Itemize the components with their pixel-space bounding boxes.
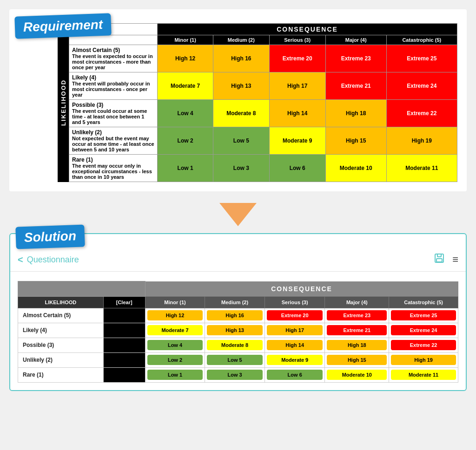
req-cell-3-1[interactable]: Low 5 <box>213 127 269 155</box>
req-cell-4-0[interactable]: Low 1 <box>158 155 213 182</box>
req-cell-4-4[interactable]: Moderate 11 <box>386 155 457 182</box>
sol-cell-1-4[interactable]: Extreme 24 <box>389 323 458 338</box>
req-cell-3-4[interactable]: High 19 <box>386 127 457 155</box>
req-cell-4-1[interactable]: Low 3 <box>213 155 269 182</box>
svg-rect-2 <box>436 259 442 262</box>
sol-cell-0-0[interactable]: High 12 <box>145 308 205 323</box>
likelihood-vertical-label: LIKELIHOOD <box>58 23 69 182</box>
requirement-badge: Requirement <box>14 13 112 39</box>
req-cell-1-1[interactable]: High 13 <box>213 72 269 100</box>
sol-cell-0-2[interactable]: Extreme 20 <box>264 308 325 323</box>
sol-col-header-3: Serious (3) <box>264 296 325 308</box>
req-row-header-2: Possible (3)The event could occur at som… <box>69 100 158 127</box>
sol-row-label-2: Possible (3) <box>18 338 104 352</box>
req-cell-3-0[interactable]: Low 2 <box>158 127 213 155</box>
sol-black-cell-3[interactable] <box>103 352 145 367</box>
req-cell-1-0[interactable]: Moderate 7 <box>158 72 213 100</box>
sol-row-label-4: Rare (1) <box>18 367 104 382</box>
sol-black-cell-4[interactable] <box>103 367 145 382</box>
solution-badge: Solution <box>15 224 85 249</box>
sol-cell-1-3[interactable]: Extreme 21 <box>325 323 389 338</box>
req-cell-1-2[interactable]: High 17 <box>269 72 325 100</box>
requirement-section: Requirement LIKELIHOOD CONSEQUENCE Minor… <box>9 9 467 191</box>
req-cell-3-3[interactable]: High 15 <box>325 127 386 155</box>
menu-button[interactable]: ≡ <box>452 254 458 266</box>
sol-cell-4-0[interactable]: Low 1 <box>145 367 205 382</box>
sol-cell-0-1[interactable]: High 16 <box>205 308 265 323</box>
app-header: < Questionnaire ≡ <box>10 248 466 272</box>
req-cell-2-2[interactable]: High 14 <box>269 100 325 127</box>
sol-cell-2-3[interactable]: High 18 <box>325 338 389 352</box>
sol-cell-4-2[interactable]: Low 6 <box>264 367 325 382</box>
col-header-4: Major (4) <box>325 35 386 45</box>
col-header-5: Catastrophic (5) <box>386 35 457 45</box>
save-button[interactable] <box>434 253 445 267</box>
req-row-header-0: Almost Certain (5)The event is expected … <box>69 45 158 72</box>
req-row-header-1: Likely (4)The event will probably occur … <box>69 72 158 100</box>
req-cell-1-4[interactable]: Extreme 24 <box>386 72 457 100</box>
sol-cell-1-0[interactable]: Moderate 7 <box>145 323 205 338</box>
consequence-header: CONSEQUENCE <box>158 24 457 35</box>
req-cell-0-1[interactable]: High 16 <box>213 45 269 72</box>
req-cell-0-0[interactable]: High 12 <box>158 45 213 72</box>
empty-sol-corner <box>18 281 145 297</box>
down-arrow-icon <box>219 203 257 226</box>
sol-row-label-3: Unlikely (2) <box>18 352 104 367</box>
requirement-table-wrapper: LIKELIHOOD CONSEQUENCE Minor (1) Medium … <box>19 23 457 182</box>
req-row-header-3: Unlikely (2)Not expected but the event m… <box>69 127 158 155</box>
sol-cell-3-1[interactable]: Low 5 <box>205 352 265 367</box>
sol-cell-0-4[interactable]: Extreme 25 <box>389 308 458 323</box>
sol-cell-2-4[interactable]: Extreme 22 <box>389 338 458 352</box>
col-header-2: Medium (2) <box>213 35 269 45</box>
sol-cell-4-3[interactable]: Moderate 10 <box>325 367 389 382</box>
sol-cell-3-0[interactable]: Low 2 <box>145 352 205 367</box>
solution-section: Solution < Questionnaire ≡ CONSEQUENCE <box>9 233 467 391</box>
empty-sub-corner <box>69 35 158 45</box>
req-cell-2-1[interactable]: Moderate 8 <box>213 100 269 127</box>
sol-col-header-1: Minor (1) <box>145 296 205 308</box>
sol-row-label-0: Almost Certain (5) <box>18 308 104 323</box>
sol-cell-2-0[interactable]: Low 4 <box>145 338 205 352</box>
col-header-1: Minor (1) <box>158 35 213 45</box>
req-row-header-4: Rare (1)The event may occur only in exce… <box>69 155 158 182</box>
app-title: Questionnaire <box>27 255 79 265</box>
app-header-left: < Questionnaire <box>18 254 79 265</box>
app-header-right: ≡ <box>434 253 458 267</box>
req-cell-4-3[interactable]: Moderate 10 <box>325 155 386 182</box>
req-cell-2-4[interactable]: Extreme 22 <box>386 100 457 127</box>
sol-cell-1-2[interactable]: High 17 <box>264 323 325 338</box>
sol-cell-3-2[interactable]: Moderate 9 <box>264 352 325 367</box>
sol-consequence-header: CONSEQUENCE <box>145 281 458 297</box>
sol-row-label-1: Likely (4) <box>18 323 104 338</box>
sol-black-cell-0[interactable] <box>103 308 145 323</box>
requirement-table: CONSEQUENCE Minor (1) Medium (2) Serious… <box>69 23 457 182</box>
req-cell-3-2[interactable]: Moderate 9 <box>269 127 325 155</box>
sol-cell-0-3[interactable]: Extreme 23 <box>325 308 389 323</box>
req-cell-0-4[interactable]: Extreme 25 <box>386 45 457 72</box>
req-cell-1-3[interactable]: Extreme 21 <box>325 72 386 100</box>
back-button[interactable]: < <box>18 254 23 265</box>
sol-col-header-2: Medium (2) <box>205 296 265 308</box>
sol-clear-col[interactable]: [Clear] <box>103 296 145 308</box>
solution-table: CONSEQUENCE LIKELIHOOD [Clear] Minor (1)… <box>18 281 458 383</box>
sol-likelihood-col-header: LIKELIHOOD <box>18 296 104 308</box>
req-cell-4-2[interactable]: Low 6 <box>269 155 325 182</box>
req-cell-0-2[interactable]: Extreme 20 <box>269 45 325 72</box>
sol-cell-3-4[interactable]: High 19 <box>389 352 458 367</box>
req-cell-2-3[interactable]: High 18 <box>325 100 386 127</box>
sol-cell-4-4[interactable]: Moderate 11 <box>389 367 458 382</box>
sol-cell-3-3[interactable]: High 15 <box>325 352 389 367</box>
sol-cell-2-2[interactable]: High 14 <box>264 338 325 352</box>
sol-cell-2-1[interactable]: Moderate 8 <box>205 338 265 352</box>
sol-black-cell-2[interactable] <box>103 338 145 352</box>
req-cell-2-0[interactable]: Low 4 <box>158 100 213 127</box>
solution-table-wrapper: CONSEQUENCE LIKELIHOOD [Clear] Minor (1)… <box>10 272 466 390</box>
requirement-table-outer: LIKELIHOOD CONSEQUENCE Minor (1) Medium … <box>58 23 457 182</box>
svg-rect-1 <box>437 254 441 257</box>
col-header-3: Serious (3) <box>269 35 325 45</box>
sol-cell-4-1[interactable]: Low 3 <box>205 367 265 382</box>
sol-col-header-5: Catastrophic (5) <box>389 296 458 308</box>
req-cell-0-3[interactable]: Extreme 23 <box>325 45 386 72</box>
sol-cell-1-1[interactable]: High 13 <box>205 323 265 338</box>
sol-black-cell-1[interactable] <box>103 323 145 338</box>
